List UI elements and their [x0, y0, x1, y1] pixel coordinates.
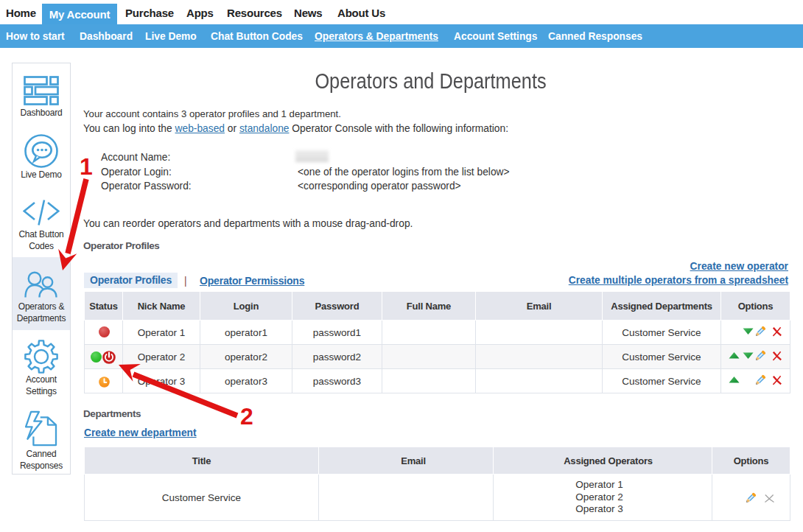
svg-text:1: 1: [80, 153, 93, 180]
svg-text:2: 2: [240, 403, 253, 430]
